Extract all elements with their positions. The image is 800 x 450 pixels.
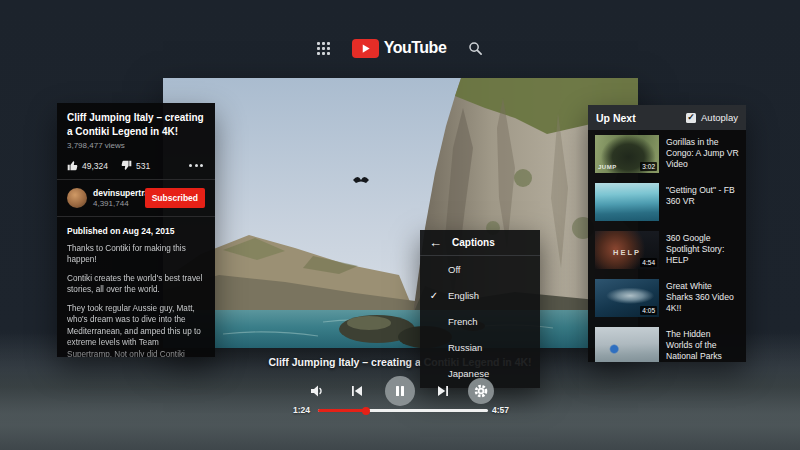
thumbs-up-icon xyxy=(67,160,78,171)
video-thumbnail-shark: 4:05 xyxy=(595,279,659,317)
publish-date: Published on Aug 24, 2015 xyxy=(67,226,205,236)
top-bar: YouTube xyxy=(0,36,800,60)
captions-menu-header[interactable]: ← Captions xyxy=(420,230,540,256)
video-thumbnail-beach xyxy=(595,183,659,221)
playback-controls xyxy=(0,376,800,406)
dislike-count: 531 xyxy=(136,161,150,171)
view-count: 3,798,477 views xyxy=(67,141,205,150)
autoplay-checkbox-icon[interactable]: ✓ xyxy=(686,113,696,123)
subscriber-count: 4,391,744 xyxy=(93,199,139,208)
pause-button[interactable] xyxy=(385,376,415,406)
thumbnail-watermark: HELP xyxy=(613,247,641,256)
apps-grid-icon[interactable] xyxy=(317,42,330,55)
up-next-title: Up Next xyxy=(596,112,636,124)
like-count: 49,324 xyxy=(82,161,108,171)
up-next-item[interactable]: JUMP 3:02 Gorillas in the Congo: A Jump … xyxy=(588,130,746,178)
caption-option-off[interactable]: Off xyxy=(420,256,540,282)
video-frame-cliff-scene xyxy=(163,78,638,348)
elapsed-time: 1:24 xyxy=(293,405,310,415)
channel-row[interactable]: devinsupertramp 4,391,744 Subscribed xyxy=(67,188,205,208)
autoplay-label: Autoplay xyxy=(701,112,738,123)
caption-option-french[interactable]: French xyxy=(420,308,540,334)
divider xyxy=(57,216,215,217)
youtube-logo[interactable]: YouTube xyxy=(352,39,447,58)
dislike-button[interactable]: 531 xyxy=(121,160,150,171)
up-next-item-title: "Getting Out" - FB 360 VR xyxy=(666,183,739,221)
description-paragraph: They took regular Aussie guy, Matt, who'… xyxy=(67,303,205,357)
autoplay-toggle[interactable]: ✓ Autoplay xyxy=(686,112,738,123)
description-paragraph: Contiki creates the world's best travel … xyxy=(67,273,205,296)
volume-icon[interactable] xyxy=(308,382,326,400)
captions-menu-title: Captions xyxy=(452,237,495,248)
caption-option-english[interactable]: ✓ English xyxy=(420,282,540,308)
thumbnail-watermark: JUMP xyxy=(598,164,617,170)
gear-icon xyxy=(473,383,489,399)
video-actions-row: 49,324 531 xyxy=(67,160,205,171)
video-title: Cliff Jumping Italy – creating a Contiki… xyxy=(67,111,205,138)
caption-option-label: English xyxy=(448,290,479,301)
caption-option-label: Russian xyxy=(448,342,482,353)
check-icon: ✓ xyxy=(420,290,448,301)
up-next-item[interactable]: HELP 4:54 360 Google Spotlight Story: HE… xyxy=(588,226,746,274)
total-duration: 4:57 xyxy=(492,405,509,415)
progress-fill xyxy=(318,409,366,412)
previous-icon[interactable] xyxy=(348,382,366,400)
video-info-panel: Cliff Jumping Italy – creating a Contiki… xyxy=(57,103,215,357)
scrubber-handle[interactable] xyxy=(362,407,370,415)
progress-row: 1:24 4:57 xyxy=(0,404,800,418)
divider xyxy=(57,179,215,180)
video-player[interactable] xyxy=(163,78,638,348)
channel-avatar xyxy=(67,188,87,208)
caption-option-russian[interactable]: Russian xyxy=(420,334,540,360)
up-next-item-title: Gorillas in the Congo: A Jump VR Video xyxy=(666,135,739,173)
up-next-item[interactable]: 4:05 Great White Sharks 360 Video 4K!! xyxy=(588,274,746,322)
caption-option-label: French xyxy=(448,316,478,327)
caption-option-label: Off xyxy=(448,264,461,275)
youtube-vr-app: YouTube xyxy=(0,0,800,450)
next-icon[interactable] xyxy=(434,382,452,400)
youtube-logo-text: YouTube xyxy=(384,39,447,57)
progress-bar[interactable] xyxy=(318,409,488,412)
thumbs-down-icon xyxy=(121,160,132,171)
subscribed-button[interactable]: Subscribed xyxy=(145,188,205,208)
up-next-panel: Up Next ✓ Autoplay JUMP 3:02 Gorillas in… xyxy=(588,105,746,362)
duration-badge: 4:05 xyxy=(640,306,657,315)
up-next-item-title: Great White Sharks 360 Video 4K!! xyxy=(666,279,739,317)
back-arrow-icon[interactable]: ← xyxy=(429,236,442,249)
video-thumbnail-gorilla: JUMP 3:02 xyxy=(595,135,659,173)
up-next-item[interactable]: "Getting Out" - FB 360 VR xyxy=(588,178,746,226)
more-options-icon[interactable] xyxy=(187,162,205,169)
pause-icon xyxy=(394,385,406,397)
channel-meta: devinsupertramp 4,391,744 xyxy=(93,188,139,208)
search-icon[interactable] xyxy=(468,41,483,56)
up-next-header: Up Next ✓ Autoplay xyxy=(588,105,746,130)
video-thumbnail-help: HELP 4:54 xyxy=(595,231,659,269)
youtube-play-icon xyxy=(352,39,379,58)
duration-badge: 4:54 xyxy=(640,258,657,267)
duration-badge: 3:02 xyxy=(640,162,657,171)
description-paragraph: Thanks to Contiki for making this happen… xyxy=(67,243,205,266)
channel-name: devinsupertramp xyxy=(93,188,139,198)
settings-button[interactable] xyxy=(468,378,494,404)
like-button[interactable]: 49,324 xyxy=(67,160,108,171)
captions-menu: ← Captions Off ✓ English French Russian … xyxy=(420,230,540,388)
video-description: Thanks to Contiki for making this happen… xyxy=(67,243,205,357)
up-next-item-title: 360 Google Spotlight Story: HELP xyxy=(666,231,739,269)
player-overlay-title: Cliff Jumping Italy – creating a Contiki… xyxy=(0,356,800,368)
